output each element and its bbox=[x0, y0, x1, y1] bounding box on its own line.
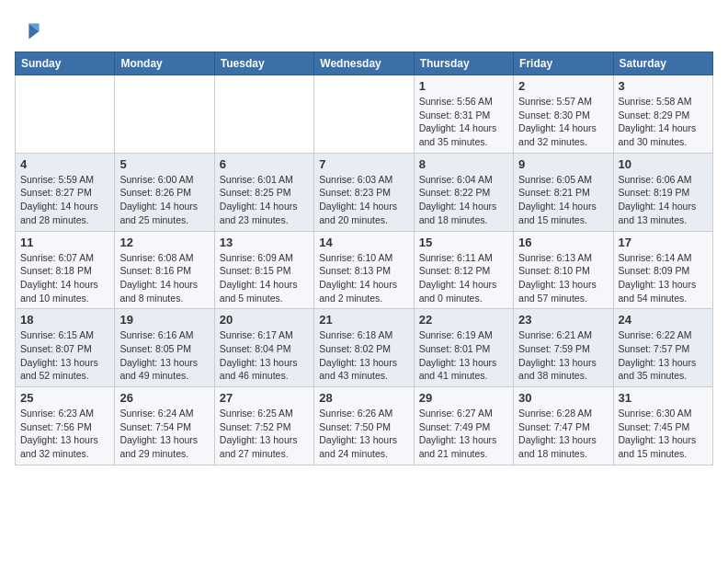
day-info: Sunrise: 6:07 AM Sunset: 8:18 PM Dayligh… bbox=[20, 251, 109, 305]
day-info: Sunrise: 6:16 AM Sunset: 8:05 PM Dayligh… bbox=[119, 328, 209, 383]
day-number: 26 bbox=[119, 391, 209, 405]
day-info: Sunrise: 6:21 AM Sunset: 7:59 PM Dayligh… bbox=[518, 328, 608, 383]
calendar-cell: 14Sunrise: 6:10 AM Sunset: 8:13 PM Dayli… bbox=[314, 231, 414, 309]
day-number: 16 bbox=[518, 236, 608, 249]
logo bbox=[15, 18, 44, 44]
day-number: 27 bbox=[220, 391, 309, 405]
day-number: 11 bbox=[20, 236, 109, 249]
day-number: 3 bbox=[619, 79, 708, 93]
day-info: Sunrise: 6:17 AM Sunset: 8:04 PM Dayligh… bbox=[220, 328, 309, 383]
day-number: 14 bbox=[319, 236, 408, 249]
day-number: 24 bbox=[619, 313, 708, 327]
day-info: Sunrise: 6:05 AM Sunset: 8:21 PM Dayligh… bbox=[518, 173, 608, 227]
calendar-week-4: 18Sunrise: 6:15 AM Sunset: 8:07 PM Dayli… bbox=[16, 309, 713, 387]
calendar-cell: 2Sunrise: 5:57 AM Sunset: 8:30 PM Daylig… bbox=[514, 75, 613, 154]
calendar-cell: 28Sunrise: 6:26 AM Sunset: 7:50 PM Dayli… bbox=[314, 387, 414, 465]
calendar-header: SundayMondayTuesdayWednesdayThursdayFrid… bbox=[16, 52, 713, 75]
calendar-cell: 30Sunrise: 6:28 AM Sunset: 7:47 PM Dayli… bbox=[514, 387, 613, 465]
calendar-cell: 27Sunrise: 6:25 AM Sunset: 7:52 PM Dayli… bbox=[214, 387, 313, 465]
calendar-cell: 1Sunrise: 5:56 AM Sunset: 8:31 PM Daylig… bbox=[414, 75, 513, 154]
calendar-cell bbox=[16, 75, 115, 154]
calendar-week-1: 1Sunrise: 5:56 AM Sunset: 8:31 PM Daylig… bbox=[16, 75, 713, 154]
day-info: Sunrise: 6:04 AM Sunset: 8:22 PM Dayligh… bbox=[419, 173, 508, 227]
weekday-header-monday: Monday bbox=[115, 52, 214, 75]
day-number: 30 bbox=[518, 391, 608, 405]
weekday-header-tuesday: Tuesday bbox=[214, 52, 313, 75]
day-info: Sunrise: 5:57 AM Sunset: 8:30 PM Dayligh… bbox=[518, 95, 608, 149]
calendar-cell: 8Sunrise: 6:04 AM Sunset: 8:22 PM Daylig… bbox=[414, 153, 513, 231]
calendar-cell bbox=[314, 75, 414, 154]
calendar-cell: 18Sunrise: 6:15 AM Sunset: 8:07 PM Dayli… bbox=[16, 309, 115, 387]
weekday-header-saturday: Saturday bbox=[613, 52, 712, 75]
day-number: 29 bbox=[419, 391, 508, 405]
logo-icon bbox=[15, 18, 40, 44]
day-info: Sunrise: 6:28 AM Sunset: 7:47 PM Dayligh… bbox=[518, 407, 608, 461]
page-header bbox=[15, 15, 713, 44]
day-info: Sunrise: 6:14 AM Sunset: 8:09 PM Dayligh… bbox=[619, 251, 708, 305]
calendar-cell: 7Sunrise: 6:03 AM Sunset: 8:23 PM Daylig… bbox=[314, 153, 414, 231]
calendar-cell: 19Sunrise: 6:16 AM Sunset: 8:05 PM Dayli… bbox=[115, 309, 214, 387]
weekday-header-sunday: Sunday bbox=[16, 52, 115, 75]
day-number: 8 bbox=[419, 157, 508, 171]
day-number: 18 bbox=[20, 313, 109, 327]
weekday-header-friday: Friday bbox=[514, 52, 613, 75]
day-info: Sunrise: 6:19 AM Sunset: 8:01 PM Dayligh… bbox=[419, 328, 508, 383]
day-info: Sunrise: 6:27 AM Sunset: 7:49 PM Dayligh… bbox=[419, 407, 508, 461]
day-info: Sunrise: 6:23 AM Sunset: 7:56 PM Dayligh… bbox=[20, 407, 109, 461]
day-number: 23 bbox=[518, 313, 608, 327]
day-number: 4 bbox=[20, 157, 109, 171]
calendar-cell: 16Sunrise: 6:13 AM Sunset: 8:10 PM Dayli… bbox=[514, 231, 613, 309]
calendar-week-3: 11Sunrise: 6:07 AM Sunset: 8:18 PM Dayli… bbox=[16, 231, 713, 309]
day-info: Sunrise: 6:11 AM Sunset: 8:12 PM Dayligh… bbox=[419, 251, 508, 305]
calendar-cell: 12Sunrise: 6:08 AM Sunset: 8:16 PM Dayli… bbox=[115, 231, 214, 309]
calendar-cell bbox=[214, 75, 313, 154]
day-number: 2 bbox=[518, 79, 608, 93]
day-info: Sunrise: 6:26 AM Sunset: 7:50 PM Dayligh… bbox=[319, 407, 408, 461]
day-number: 10 bbox=[619, 157, 708, 171]
calendar-cell: 22Sunrise: 6:19 AM Sunset: 8:01 PM Dayli… bbox=[414, 309, 513, 387]
calendar-cell: 4Sunrise: 5:59 AM Sunset: 8:27 PM Daylig… bbox=[16, 153, 115, 231]
calendar-cell: 17Sunrise: 6:14 AM Sunset: 8:09 PM Dayli… bbox=[613, 231, 712, 309]
day-number: 17 bbox=[619, 236, 708, 249]
calendar-table: SundayMondayTuesdayWednesdayThursdayFrid… bbox=[15, 52, 713, 465]
day-info: Sunrise: 6:30 AM Sunset: 7:45 PM Dayligh… bbox=[619, 407, 708, 461]
day-number: 13 bbox=[220, 236, 309, 249]
calendar-body: 1Sunrise: 5:56 AM Sunset: 8:31 PM Daylig… bbox=[16, 75, 713, 465]
day-info: Sunrise: 6:15 AM Sunset: 8:07 PM Dayligh… bbox=[20, 328, 109, 383]
calendar-week-2: 4Sunrise: 5:59 AM Sunset: 8:27 PM Daylig… bbox=[16, 153, 713, 231]
day-info: Sunrise: 6:24 AM Sunset: 7:54 PM Dayligh… bbox=[119, 407, 209, 461]
day-number: 22 bbox=[419, 313, 508, 327]
day-info: Sunrise: 5:59 AM Sunset: 8:27 PM Dayligh… bbox=[20, 173, 109, 227]
calendar-cell: 20Sunrise: 6:17 AM Sunset: 8:04 PM Dayli… bbox=[214, 309, 313, 387]
calendar-week-5: 25Sunrise: 6:23 AM Sunset: 7:56 PM Dayli… bbox=[16, 387, 713, 465]
day-number: 28 bbox=[319, 391, 408, 405]
day-info: Sunrise: 6:06 AM Sunset: 8:19 PM Dayligh… bbox=[619, 173, 708, 227]
day-info: Sunrise: 5:56 AM Sunset: 8:31 PM Dayligh… bbox=[419, 95, 508, 149]
day-number: 9 bbox=[518, 157, 608, 171]
calendar-cell: 10Sunrise: 6:06 AM Sunset: 8:19 PM Dayli… bbox=[613, 153, 712, 231]
day-number: 1 bbox=[419, 79, 508, 93]
weekday-row: SundayMondayTuesdayWednesdayThursdayFrid… bbox=[16, 52, 713, 75]
day-number: 6 bbox=[220, 157, 309, 171]
calendar-cell: 11Sunrise: 6:07 AM Sunset: 8:18 PM Dayli… bbox=[16, 231, 115, 309]
day-info: Sunrise: 5:58 AM Sunset: 8:29 PM Dayligh… bbox=[619, 95, 708, 149]
day-info: Sunrise: 6:03 AM Sunset: 8:23 PM Dayligh… bbox=[319, 173, 408, 227]
day-info: Sunrise: 6:01 AM Sunset: 8:25 PM Dayligh… bbox=[220, 173, 309, 227]
weekday-header-wednesday: Wednesday bbox=[314, 52, 414, 75]
calendar-cell: 5Sunrise: 6:00 AM Sunset: 8:26 PM Daylig… bbox=[115, 153, 214, 231]
day-info: Sunrise: 6:18 AM Sunset: 8:02 PM Dayligh… bbox=[319, 328, 408, 383]
day-number: 7 bbox=[319, 157, 408, 171]
calendar-cell: 21Sunrise: 6:18 AM Sunset: 8:02 PM Dayli… bbox=[314, 309, 414, 387]
day-number: 19 bbox=[119, 313, 209, 327]
day-number: 15 bbox=[419, 236, 508, 249]
day-info: Sunrise: 6:00 AM Sunset: 8:26 PM Dayligh… bbox=[119, 173, 209, 227]
weekday-header-thursday: Thursday bbox=[414, 52, 513, 75]
calendar-cell: 9Sunrise: 6:05 AM Sunset: 8:21 PM Daylig… bbox=[514, 153, 613, 231]
calendar-cell bbox=[115, 75, 214, 154]
calendar-cell: 13Sunrise: 6:09 AM Sunset: 8:15 PM Dayli… bbox=[214, 231, 313, 309]
day-number: 5 bbox=[119, 157, 209, 171]
day-info: Sunrise: 6:10 AM Sunset: 8:13 PM Dayligh… bbox=[319, 251, 408, 305]
calendar-cell: 23Sunrise: 6:21 AM Sunset: 7:59 PM Dayli… bbox=[514, 309, 613, 387]
day-info: Sunrise: 6:08 AM Sunset: 8:16 PM Dayligh… bbox=[119, 251, 209, 305]
calendar-cell: 29Sunrise: 6:27 AM Sunset: 7:49 PM Dayli… bbox=[414, 387, 513, 465]
